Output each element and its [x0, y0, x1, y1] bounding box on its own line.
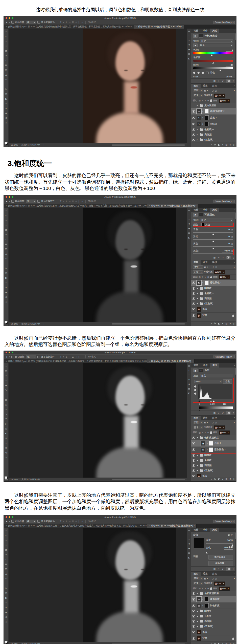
- align-vertical-center-icon[interactable]: ≡: [63, 21, 64, 24]
- align-right-icon[interactable]: ⊣: [75, 356, 77, 358]
- pen-tool[interactable]: ◧: [5, 595, 7, 600]
- swatches-panel-icon[interactable]: ◐: [188, 214, 190, 216]
- delete-layer-icon[interactable]: ▯: [233, 143, 234, 146]
- healing-brush-tool[interactable]: ◐: [6, 237, 7, 242]
- lock-pixels-icon[interactable]: ✎: [202, 99, 203, 102]
- align-right-icon[interactable]: ⊣: [75, 520, 77, 523]
- history-panel-icon[interactable]: ↺: [188, 223, 190, 225]
- blur-tool[interactable]: ▷: [5, 87, 7, 92]
- adjustment-layer-filter-icon[interactable]: ◐: [207, 421, 208, 424]
- fill-field[interactable]: 100%▾: [219, 275, 230, 279]
- distribute-horizontal-icon[interactable]: ⋯: [81, 520, 83, 523]
- new-adjustment-icon[interactable]: ◐: [222, 642, 223, 644]
- visibility-cell[interactable]: [192, 287, 196, 290]
- channel-dropdown[interactable]: 红色▾: [199, 44, 233, 47]
- link-layers-icon[interactable]: ∞: [211, 143, 212, 146]
- close-icon[interactable]: ×: [149, 360, 150, 362]
- adjustment-layer-filter-icon[interactable]: ◐: [207, 266, 208, 268]
- opacity-field[interactable]: 100%▾: [214, 425, 225, 430]
- type-layer-filter-icon[interactable]: T: [209, 266, 210, 268]
- new-layer-icon[interactable]: ⊞: [229, 642, 231, 644]
- layer-thumbnail[interactable]: [197, 474, 201, 477]
- close-button[interactable]: [6, 352, 7, 353]
- mask-thumbnail[interactable]: [193, 538, 204, 548]
- new-group-icon[interactable]: ▤: [225, 143, 227, 146]
- slider-thumb[interactable]: [211, 53, 213, 56]
- distribute-horizontal-icon[interactable]: ⋯: [81, 21, 83, 24]
- layer-row[interactable]: ◩8选取颜色 1: [191, 447, 236, 453]
- link-layers-icon[interactable]: ∞: [211, 478, 212, 480]
- tab-properties[interactable]: 属性: [210, 208, 219, 212]
- layer-thumbnail[interactable]: [197, 313, 201, 318]
- clip-to-layer-icon[interactable]: ◨: [213, 80, 216, 82]
- close-icon[interactable]: ×: [149, 204, 150, 207]
- document-tab[interactable]: ×皮肤处理教程2.psd @ 50% (这时候画面已经变得惨不忍睹，然后我们再建…: [4, 359, 147, 363]
- distribute-horizontal-icon[interactable]: ⋯: [81, 356, 83, 358]
- crop-tool[interactable]: ▣: [5, 383, 7, 388]
- gradient-tool[interactable]: T: [6, 417, 7, 421]
- panel-menu-icon[interactable]: ≡: [232, 528, 236, 532]
- align-right-icon[interactable]: ⊣: [75, 200, 77, 203]
- layer-row[interactable]: ▤8减饱和度: [191, 596, 236, 603]
- smart-object-filter-icon[interactable]: ◫: [214, 577, 217, 580]
- output-white-slider[interactable]: [231, 409, 233, 411]
- align-vertical-center-icon[interactable]: ≡: [63, 520, 64, 523]
- swatches-panel-icon[interactable]: ◐: [188, 369, 190, 372]
- filter-type-dropdown[interactable]: 类型▾: [193, 265, 203, 269]
- eraser-tool[interactable]: ∿: [5, 576, 7, 581]
- distribute-vertical-icon[interactable]: ∥: [78, 21, 80, 24]
- opacity-field[interactable]: 100%▾: [214, 270, 225, 274]
- align-left-icon[interactable]: ⊢: [69, 520, 71, 523]
- opacity-field[interactable]: 100%▾: [214, 582, 225, 586]
- document-tab[interactable]: ×皮肤处理教程2.psd @ 50% (这时候我们可以看到，皮肤的颜色已经几乎一…: [4, 204, 147, 208]
- lock-transparent-icon[interactable]: ▨: [199, 587, 201, 590]
- zoom-tool[interactable]: ∩: [5, 455, 7, 460]
- lock-all-icon[interactable]: [210, 432, 212, 434]
- mask-thumbnail[interactable]: [205, 597, 209, 602]
- magic-wand-tool[interactable]: ◌: [6, 223, 7, 227]
- chevron-icon[interactable]: ▼: [197, 437, 199, 439]
- color-swatches[interactable]: [5, 476, 8, 479]
- add-mask-icon[interactable]: ◧: [218, 322, 220, 325]
- color-panel-icon[interactable]: ▤: [188, 365, 190, 367]
- vector-mask-icon[interactable]: ▢: [231, 534, 233, 536]
- reset-icon[interactable]: ↺: [222, 412, 224, 414]
- color-dropdown[interactable]: 黑色▾: [200, 223, 233, 226]
- tab-channels[interactable]: 通道: [201, 84, 210, 88]
- distribute-vertical-icon[interactable]: ∥: [78, 356, 80, 358]
- tab-adjustments[interactable]: 调整: [191, 208, 201, 212]
- dodge-tool[interactable]: ◻: [5, 591, 7, 595]
- visibility-cell[interactable]: [192, 615, 196, 617]
- info-panel-icon[interactable]: ◆: [188, 227, 190, 230]
- auto-button[interactable]: 自动: [223, 379, 232, 384]
- hand-tool[interactable]: Q: [5, 295, 7, 299]
- tab-layers[interactable]: 图层: [191, 416, 201, 420]
- lock-position-icon[interactable]: ＋: [204, 431, 206, 434]
- filter-type-dropdown[interactable]: 类型▾: [193, 89, 203, 92]
- info-panel-icon[interactable]: ◆: [188, 383, 190, 385]
- blend-mode-dropdown[interactable]: 正常▾: [193, 582, 203, 585]
- white-input-slider[interactable]: [213, 399, 215, 402]
- hand-tool[interactable]: Q: [5, 450, 7, 455]
- marquee-tool[interactable]: ▢: [5, 533, 7, 538]
- chevron-icon[interactable]: ▶: [197, 464, 199, 466]
- workspace-switcher[interactable]: Retoucher-Tracy▾: [213, 200, 235, 203]
- mask-thumbnail[interactable]: [205, 281, 209, 285]
- visibility-icon[interactable]: [226, 411, 231, 415]
- reset-icon[interactable]: ↺: [222, 568, 224, 570]
- visibility-cell[interactable]: [192, 117, 196, 119]
- history-brush-tool[interactable]: △: [5, 251, 7, 256]
- slider-track[interactable]: [206, 551, 233, 551]
- new-layer-icon[interactable]: ⊞: [229, 322, 231, 325]
- marquee-tool[interactable]: ▢: [5, 369, 7, 373]
- layer-row[interactable]: 修瑕: [191, 629, 236, 635]
- align-horizontal-center-icon[interactable]: ≣: [72, 356, 74, 358]
- brush-tool[interactable]: ▤: [5, 63, 7, 68]
- document-tab-active[interactable]: ×精修.dng @ 16.7%(减饱和度, 图层蒙版/8) *: [147, 524, 197, 528]
- pixel-layer-filter-icon[interactable]: ▣: [204, 89, 206, 92]
- align-top-icon[interactable]: ⊤: [60, 356, 62, 358]
- align-vertical-center-icon[interactable]: ≡: [63, 200, 64, 203]
- slider-track[interactable]: [193, 239, 233, 240]
- path-select-tool[interactable]: ●: [6, 605, 7, 610]
- lasso-tool[interactable]: ○: [6, 373, 7, 378]
